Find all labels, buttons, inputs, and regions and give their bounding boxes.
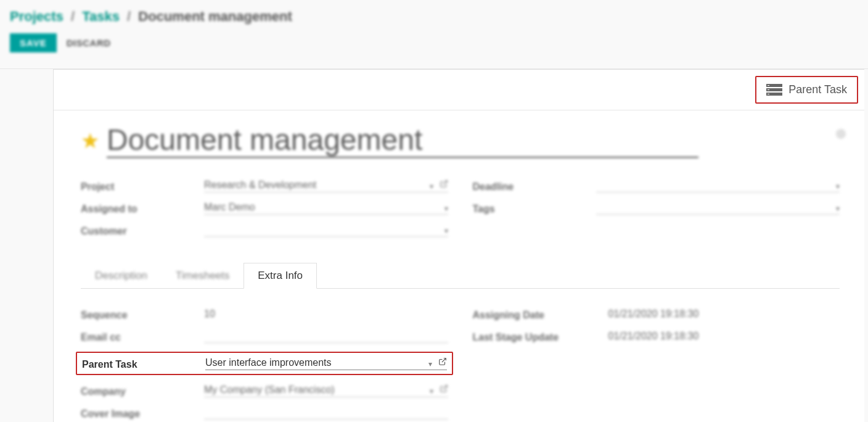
svg-rect-3 bbox=[768, 85, 769, 86]
email-cc-field[interactable] bbox=[204, 329, 448, 343]
last-stage-label: Last Stage Update bbox=[473, 332, 608, 343]
tags-label: Tags bbox=[473, 204, 596, 215]
assigned-label: Assigned to bbox=[81, 204, 204, 215]
save-button[interactable]: SAVE bbox=[10, 33, 57, 52]
external-link-icon[interactable] bbox=[440, 180, 448, 191]
assigning-date-value: 01/21/2020 19:18:30 bbox=[608, 307, 840, 321]
assigned-field[interactable]: Marc Demo▾ bbox=[204, 201, 448, 215]
last-stage-value: 01/21/2020 19:18:30 bbox=[608, 329, 840, 343]
sequence-field[interactable]: 10 bbox=[204, 307, 448, 321]
deadline-label: Deadline bbox=[473, 181, 596, 192]
svg-line-7 bbox=[441, 358, 445, 362]
project-field[interactable]: Research & Development▾ bbox=[204, 179, 448, 192]
breadcrumb-tasks[interactable]: Tasks bbox=[82, 9, 120, 24]
cover-image-field[interactable] bbox=[204, 406, 448, 420]
svg-rect-5 bbox=[768, 94, 769, 94]
cover-image-label: Cover Image bbox=[81, 408, 204, 420]
tab-timesheets[interactable]: Timesheets bbox=[162, 263, 244, 288]
discard-button[interactable]: DISCARD bbox=[67, 38, 111, 48]
parent-task-field[interactable]: User interface improvements▾ bbox=[205, 357, 447, 370]
list-icon bbox=[766, 84, 782, 96]
tab-description[interactable]: Description bbox=[81, 263, 162, 288]
customer-field[interactable]: ▾ bbox=[204, 223, 448, 237]
parent-task-button-label: Parent Task bbox=[788, 83, 847, 96]
tab-extra-info[interactable]: Extra Info bbox=[244, 263, 317, 289]
project-label: Project bbox=[81, 181, 204, 192]
external-link-icon[interactable] bbox=[438, 357, 447, 368]
svg-rect-4 bbox=[768, 89, 769, 90]
customer-label: Customer bbox=[81, 226, 204, 237]
kanban-state-dot[interactable] bbox=[836, 129, 846, 139]
parent-task-label: Parent Task bbox=[82, 359, 205, 370]
breadcrumb-projects[interactable]: Projects bbox=[10, 9, 63, 24]
svg-line-8 bbox=[443, 386, 446, 389]
deadline-field[interactable]: ▾ bbox=[596, 179, 840, 192]
sequence-label: Sequence bbox=[81, 310, 204, 321]
company-label: Company bbox=[81, 386, 204, 397]
breadcrumb-current: Document management bbox=[138, 9, 292, 24]
star-icon[interactable]: ★ bbox=[81, 130, 99, 151]
svg-line-6 bbox=[443, 181, 446, 184]
tags-field[interactable]: ▾ bbox=[596, 201, 840, 215]
email-cc-label: Email cc bbox=[81, 332, 204, 343]
company-field[interactable]: My Company (San Francisco)▾ bbox=[204, 384, 448, 397]
external-link-icon[interactable] bbox=[440, 384, 448, 395]
assigning-date-label: Assigning Date bbox=[473, 310, 608, 321]
task-title-input[interactable] bbox=[107, 123, 698, 158]
parent-task-button[interactable]: Parent Task bbox=[755, 76, 858, 104]
breadcrumb: Projects / Tasks / Document management bbox=[10, 9, 858, 25]
